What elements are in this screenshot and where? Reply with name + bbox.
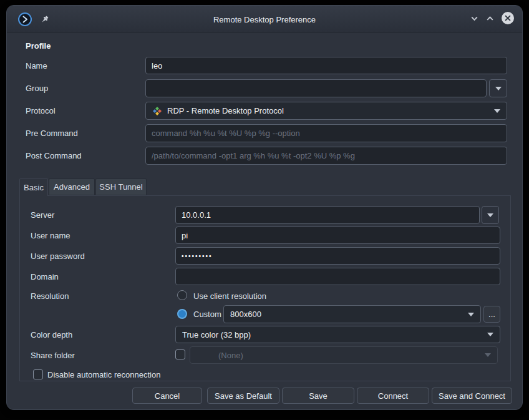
disable-reconnect-label: Disable automatic reconnection xyxy=(47,366,160,383)
dropdown-arrow-icon xyxy=(485,353,491,357)
post-command-label: Post Command xyxy=(26,147,82,164)
server-label: Server xyxy=(31,206,54,223)
disable-reconnect-checkbox[interactable] xyxy=(33,369,43,379)
password-input[interactable] xyxy=(175,247,500,265)
share-folder-combobox: (None) xyxy=(190,346,498,364)
pre-command-input[interactable] xyxy=(145,124,507,142)
dropdown-arrow-icon xyxy=(487,333,493,336)
chevron-down-icon xyxy=(470,14,479,26)
color-depth-combobox[interactable]: True color (32 bpp) xyxy=(175,326,500,343)
remote-desktop-preference-window: Remote Desktop Preference xyxy=(6,5,523,410)
custom-resolution-combobox[interactable]: 800x600 xyxy=(223,305,481,323)
password-label: User password xyxy=(31,247,85,265)
name-input[interactable] xyxy=(145,57,507,74)
resolution-label: Resolution xyxy=(31,287,69,305)
pre-command-label: Pre Command xyxy=(26,124,78,142)
color-depth-label: Color depth xyxy=(31,326,72,343)
server-dropdown-button[interactable] xyxy=(482,206,499,224)
protocol-combobox[interactable]: RDP - Remote Desktop Protocol xyxy=(145,102,507,120)
custom-resolution-value: 800x600 xyxy=(230,310,463,319)
username-input[interactable] xyxy=(175,227,500,244)
share-folder-label: Share folder xyxy=(31,346,75,364)
close-button[interactable] xyxy=(501,11,515,27)
dropdown-arrow-icon xyxy=(487,213,493,217)
username-label: User name xyxy=(31,227,70,244)
post-command-input[interactable] xyxy=(145,147,507,165)
tab-advanced[interactable]: Advanced xyxy=(49,178,95,195)
close-icon xyxy=(501,11,515,27)
resolution-more-button[interactable]: ... xyxy=(483,306,500,323)
domain-label: Domain xyxy=(31,268,59,285)
server-input[interactable] xyxy=(175,206,480,224)
chevron-up-icon xyxy=(485,14,495,26)
protocol-value: RDP - Remote Desktop Protocol xyxy=(167,106,489,115)
group-dropdown-button[interactable] xyxy=(489,79,507,97)
share-folder-value: (None) xyxy=(197,351,480,360)
profile-heading: Profile xyxy=(26,41,51,51)
tab-basic[interactable]: Basic xyxy=(19,178,48,196)
name-label: Name xyxy=(26,57,47,74)
custom-resolution-radio[interactable] xyxy=(177,309,187,319)
unshade-button[interactable] xyxy=(485,14,495,26)
custom-resolution-label: Custom xyxy=(193,305,221,323)
titlebar: Remote Desktop Preference xyxy=(7,6,522,33)
save-and-connect-button[interactable]: Save and Connect xyxy=(432,388,512,404)
remmina-app-icon xyxy=(18,12,32,26)
color-depth-value: True color (32 bpp) xyxy=(182,330,482,339)
window-title: Remote Desktop Preference xyxy=(7,6,522,33)
connect-button[interactable]: Connect xyxy=(357,388,429,404)
use-client-resolution-radio[interactable] xyxy=(177,290,187,300)
cancel-button[interactable]: Cancel xyxy=(132,388,202,404)
save-button[interactable]: Save xyxy=(282,388,354,404)
save-as-default-button[interactable]: Save as Default xyxy=(207,388,279,404)
domain-input[interactable] xyxy=(175,268,500,285)
protocol-label: Protocol xyxy=(26,102,56,119)
group-input[interactable] xyxy=(145,79,487,97)
tab-ssh-tunnel[interactable]: SSH Tunnel xyxy=(95,178,147,195)
dropdown-arrow-icon xyxy=(494,109,500,113)
dropdown-arrow-icon xyxy=(468,313,474,316)
shade-button[interactable] xyxy=(470,14,479,26)
share-folder-checkbox[interactable] xyxy=(175,349,185,359)
use-client-resolution-label: Use client resolution xyxy=(193,287,266,305)
dropdown-arrow-icon xyxy=(495,87,502,90)
pin-icon[interactable] xyxy=(39,14,50,25)
group-label: Group xyxy=(26,79,48,97)
rdp-protocol-icon xyxy=(152,106,162,116)
